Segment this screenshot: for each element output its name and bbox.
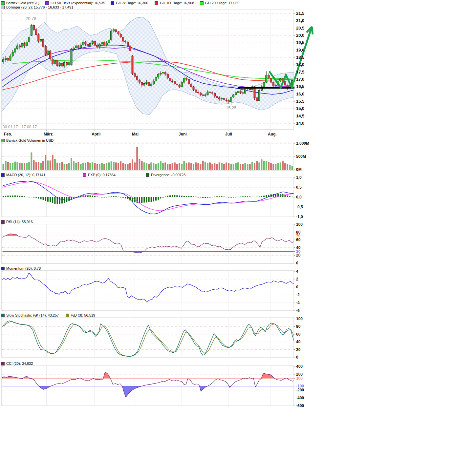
chart-canvas: 20,7815,2530.01.17 - 17.08.17Feb.MärzApr… [0, 0, 476, 456]
y-axis-tick-label: 0M [296, 167, 302, 172]
x-axis-month-label: März [44, 132, 53, 136]
price-annotation: 20,78 [26, 16, 36, 21]
y-axis-tick-label: -600 [296, 404, 304, 408]
y-axis-tick-label: 1.000M [296, 141, 309, 146]
y-axis-tick-label: 15,5 [296, 99, 304, 104]
y-axis-tick-label: 100 [296, 376, 303, 381]
y-axis-tick-label: 20 [296, 347, 301, 352]
x-axis-month-label: Juli [225, 132, 232, 136]
momentum-panel: 420-2-4-6 [2, 269, 300, 313]
cci-panel: 400200100-100-200-400-600 [2, 364, 304, 408]
y-axis-tick-label: 0,0 [296, 195, 302, 199]
y-axis-tick-label: 0 [296, 355, 298, 360]
y-axis-tick-label: 0 [296, 261, 298, 265]
y-axis-tick-label: 4 [296, 269, 298, 274]
y-axis-tick-label: 60 [296, 238, 301, 242]
y-axis-tick-label: -4 [296, 301, 300, 305]
y-axis-tick-label: 400 [296, 364, 303, 369]
y-axis-tick-label: 60 [296, 332, 301, 337]
y-axis-tick-label: 14,5 [296, 114, 304, 118]
y-axis-tick-label: 20 [296, 253, 301, 258]
y-axis-tick-label: 100 [296, 222, 303, 227]
y-axis-tick-label: -2 [296, 293, 300, 297]
y-axis-tick-label: -0,5 [296, 205, 303, 209]
x-axis-month-label: Aug. [268, 132, 277, 136]
y-axis-tick-label: 17,0 [296, 77, 304, 82]
x-axis-month-label: Juni [179, 132, 187, 136]
y-axis-tick-label: -1,0 [296, 215, 303, 219]
y-axis-tick-label: -200 [296, 388, 304, 392]
price-annotation: 15,25 [226, 105, 237, 110]
x-axis-month-label: April [92, 132, 100, 136]
y-axis-tick-label: 21,0 [296, 18, 304, 23]
macd-panel: 1,00,50,0-0,5-1,0 [2, 175, 303, 219]
y-axis-tick-label: 0,5 [296, 185, 302, 190]
y-axis-tick-label: 20,0 [296, 33, 304, 38]
y-axis-tick-label: 40 [296, 340, 301, 344]
y-axis-tick-label: 17,5 [296, 70, 304, 74]
y-axis-tick-label: 19,0 [296, 48, 304, 52]
y-axis-tick-label: 15,0 [296, 106, 304, 111]
y-axis-tick-label: 16,0 [296, 92, 304, 96]
y-axis-tick-label: 16,5 [296, 84, 304, 89]
y-axis-tick-label: 20,5 [296, 26, 304, 31]
date-range-label: 30.01.17 - 17.08.17 [3, 125, 37, 129]
volume-panel: 1.000M500M0M [2, 141, 309, 172]
y-axis-tick-label: 80 [296, 324, 301, 329]
y-axis-tick-label: 18,0 [296, 62, 304, 67]
y-axis-tick-label: 100 [296, 317, 303, 321]
y-axis-tick-label: -400 [296, 396, 304, 400]
y-axis-tick-label: 1,0 [296, 175, 302, 180]
rsi-panel: 1008070604030200 [2, 222, 303, 265]
x-axis-month-label: Feb. [4, 132, 12, 136]
x-axis-month-label: Mai [132, 132, 139, 136]
y-axis-tick-label: 0 [296, 285, 298, 289]
price-panel: 20,7815,2530.01.17 - 17.08.17Feb.MärzApr… [2, 10, 313, 136]
y-axis-tick-label: 2 [296, 277, 298, 281]
y-axis-tick-label: 19,5 [296, 40, 304, 45]
y-axis-tick-label: 21,5 [296, 11, 304, 16]
y-axis-tick-label: 500M [296, 154, 306, 159]
y-axis-tick-label: -6 [296, 308, 300, 313]
y-axis-tick-label: 14,0 [296, 121, 304, 126]
stoch-panel: 100806040200 [2, 317, 303, 360]
technical-analysis-page: Barrick Gold (NYSE) GD 50 Ticks (exponen… [0, 0, 476, 456]
y-axis-tick-label: 18,5 [296, 55, 304, 60]
